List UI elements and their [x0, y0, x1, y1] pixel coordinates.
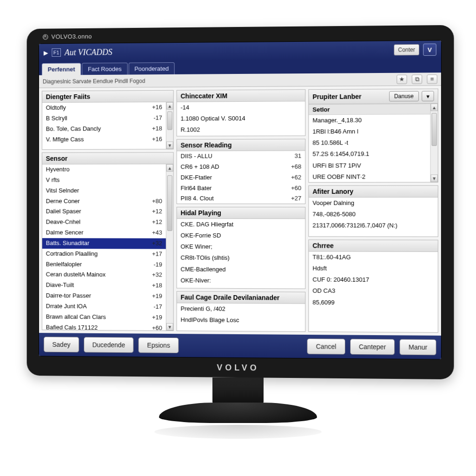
- row-label: Bafied Cals 171122: [46, 323, 142, 331]
- tab-perfennet[interactable]: Perfennet: [42, 63, 81, 75]
- text-row: Vooper Dalning: [309, 198, 437, 209]
- monitor-stand-neck: [212, 377, 264, 405]
- scroll-up-icon[interactable]: ▲: [430, 104, 437, 111]
- app-title: Aut VICADDS: [65, 47, 112, 58]
- row-value: +32: [142, 239, 162, 248]
- corner-button[interactable]: Conter: [394, 44, 419, 56]
- row-label: Dairre-tor Passer: [46, 291, 142, 301]
- list-row[interactable]: V rfts: [42, 175, 166, 185]
- scrollbar[interactable]: ▲ ▼: [166, 164, 173, 331]
- list-row[interactable]: B Sclryll-17: [42, 113, 166, 124]
- breadcrumb: Diagneslnic Sarvate Eendlue Pindll Fogod: [43, 78, 145, 85]
- epsions-button[interactable]: Epsions: [139, 337, 179, 354]
- row-label: Hyventro: [46, 165, 142, 174]
- list-row[interactable]: Bafied Cals 171122+60: [42, 322, 166, 331]
- row-value: +60: [142, 324, 162, 331]
- workarea: Diengter Faiits Oldtofly+16B Sclryll-17B…: [39, 86, 441, 336]
- list-row[interactable]: Derne Coner+80: [42, 196, 166, 207]
- text-row: 1.1080 Optical V. S0014: [177, 112, 305, 124]
- row-label: Drrate Junt lOA: [46, 302, 142, 311]
- panel-title: Diengter Faiits: [46, 93, 90, 100]
- corner-v-button[interactable]: V: [423, 44, 436, 56]
- list-row[interactable]: Brawn allcal Can Clars+19: [42, 311, 166, 323]
- text-row: Precienti G, /402: [177, 303, 305, 315]
- list-row[interactable]: Bo. Tole, Cas Dancly+18: [42, 123, 166, 134]
- ducedende-button[interactable]: Ducedende: [84, 337, 134, 353]
- panel-title: Afiter Lanory: [312, 188, 353, 195]
- list-row[interactable]: V. Mflgte Cass+16: [42, 134, 166, 145]
- text-row: 85,6099: [309, 297, 437, 309]
- list-row[interactable]: PII8 4. Clout+27: [177, 193, 305, 204]
- star-icon[interactable]: ★: [397, 74, 407, 84]
- panel-title: Faul Cage Draile Devilanianader: [181, 293, 280, 301]
- text-row: Manager._4,18.30: [309, 114, 430, 126]
- text-row: CUF 0: 20460.13017: [309, 274, 437, 286]
- row-value: +12: [142, 218, 162, 227]
- text-row: CR8t-TOlis (slhtis): [177, 252, 305, 264]
- text-row: CME-Bacllenged: [177, 264, 305, 275]
- row-value: +60: [281, 184, 301, 192]
- row-value: +80: [142, 197, 162, 206]
- footer-bar: Sadey Ducedende Epsions Cancel Canteper …: [39, 333, 441, 359]
- tab-poonderated[interactable]: Poonderated: [128, 62, 174, 75]
- row-label: CR6 + 108 AD: [181, 163, 281, 172]
- row-value: +18: [142, 124, 162, 133]
- list-row[interactable]: Daliel Spaser+12: [42, 206, 166, 217]
- list-row[interactable]: DIIS - ALLU31: [177, 151, 305, 162]
- titlebar: ▶ F1 Aut VICADDS Conter V: [39, 40, 441, 61]
- panel-title: Prupiter Lanber: [312, 93, 361, 101]
- scroll-up-icon[interactable]: ▲: [166, 102, 173, 110]
- list-row[interactable]: Flrl64 Bater+60: [177, 183, 305, 193]
- monitor-stand-base: [159, 403, 317, 423]
- row-value: +19: [142, 313, 162, 322]
- text-row: R.1002: [177, 124, 305, 136]
- scrollbar[interactable]: ▲ ▼: [166, 102, 173, 149]
- scroll-down-icon[interactable]: ▼: [166, 323, 173, 331]
- text-row: T81:.60-41AG: [309, 251, 437, 263]
- row-label: Flrl64 Bater: [181, 184, 281, 192]
- list-row[interactable]: Hyventro: [42, 164, 166, 175]
- list-row[interactable]: CR6 + 108 AD+68: [177, 162, 305, 172]
- row-label: DKE-Ftatler: [181, 173, 281, 182]
- panel-diengter-faults: Diengter Faiits Oldtofly+16B Sclryll-17B…: [42, 90, 174, 150]
- list-row[interactable]: Benlelfalopler-19: [42, 259, 166, 270]
- manur-button[interactable]: Manur: [400, 339, 436, 355]
- row-value: 31: [281, 152, 301, 161]
- text-row: 21317,0066:7312I6.7,0407 (N:): [309, 220, 437, 231]
- panel-sensor-reading: Sensor Rleading DIIS - ALLU31CR6 + 108 A…: [177, 139, 306, 204]
- list-row[interactable]: Ceran dusteltA Mainox+32: [42, 270, 166, 281]
- list-row[interactable]: Batts. Siunaditar+32: [42, 238, 166, 249]
- panel-chree: Chrree T81:.60-41AGHdsftCUF 0: 20460.130…: [308, 239, 438, 333]
- text-row: HndlPovls Blage Losc: [177, 314, 305, 326]
- cancel-button[interactable]: Cancel: [307, 338, 345, 355]
- scrollbar[interactable]: ▲ ▼: [430, 104, 437, 182]
- list-row[interactable]: Diave-Tuilt+18: [42, 280, 166, 291]
- scroll-up-icon[interactable]: ▲: [166, 164, 173, 172]
- scroll-down-icon[interactable]: ▼: [430, 174, 437, 182]
- canteper-button[interactable]: Canteper: [350, 339, 395, 355]
- row-value: +68: [281, 163, 301, 172]
- scroll-down-icon[interactable]: ▼: [166, 141, 173, 149]
- menu-icon[interactable]: ≡: [427, 74, 437, 84]
- dropdown-icon[interactable]: ▾: [422, 91, 434, 101]
- list-row[interactable]: Drrate Junt lOA-17: [42, 301, 166, 312]
- panel-prupiter-lanber: Prupiter Lanber Danuse ▾ Setlor Manager.…: [308, 89, 438, 183]
- row-label: Vitsl Selnder: [46, 186, 142, 195]
- copy-icon[interactable]: ⧉: [412, 74, 422, 84]
- list-row[interactable]: Dalme Sencer+43: [42, 228, 166, 238]
- list-row[interactable]: Vitsl Selnder: [42, 185, 166, 196]
- row-label: Diave-Tuilt: [46, 281, 142, 291]
- text-row: 748,-0826-5080: [309, 209, 437, 220]
- tab-fact-roodes[interactable]: Fact Roodes: [82, 63, 127, 75]
- row-label: Oldtofly: [46, 103, 142, 112]
- sadey-button[interactable]: Sadey: [44, 337, 79, 352]
- list-row[interactable]: DKE-Ftatler+62: [177, 172, 305, 183]
- list-row[interactable]: Cortradion Plaalling+17: [42, 249, 166, 259]
- row-label: Batts. Siunaditar: [46, 239, 142, 248]
- list-row[interactable]: Deave-Cnhel+12: [42, 217, 166, 228]
- danuse-button[interactable]: Danuse: [389, 91, 419, 102]
- list-row[interactable]: Oldtofly+16: [42, 102, 166, 113]
- list-row[interactable]: Dairre-tor Passer+19: [42, 291, 166, 302]
- monitor-brand-bottom: VOLVO: [27, 361, 454, 375]
- text-row: URE OOBF NINT·2: [309, 171, 430, 182]
